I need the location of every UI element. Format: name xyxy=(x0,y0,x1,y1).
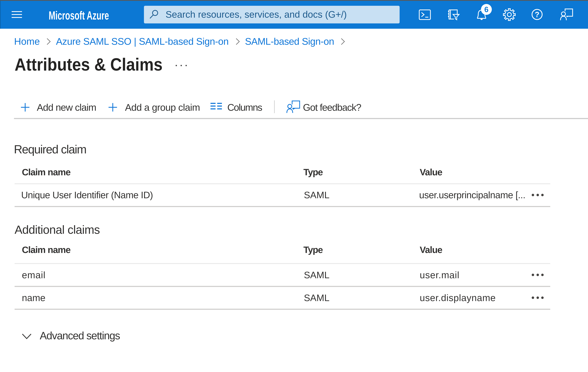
svg-text:?: ? xyxy=(535,10,539,19)
svg-text:6: 6 xyxy=(484,5,489,14)
